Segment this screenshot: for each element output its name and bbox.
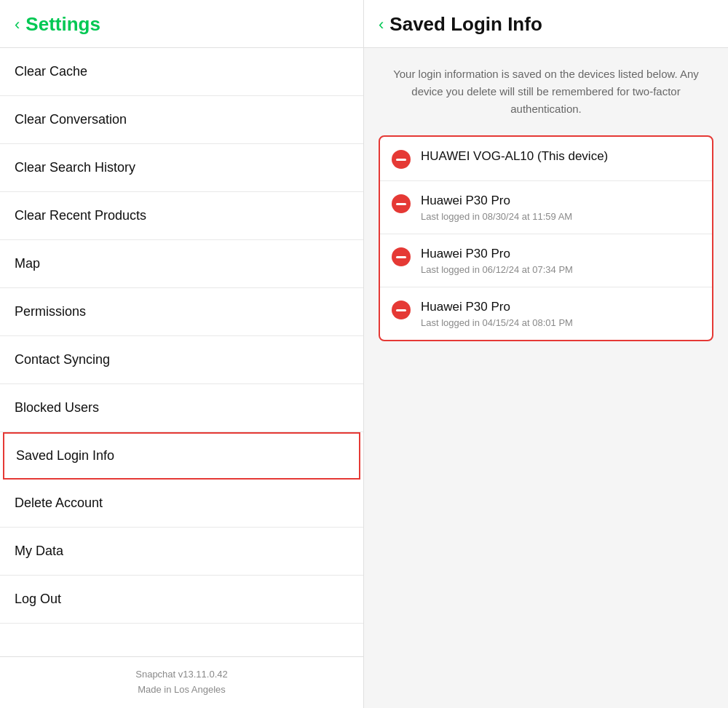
menu-item-saved-login-info[interactable]: Saved Login Info xyxy=(3,432,360,480)
remove-device-icon[interactable] xyxy=(392,247,411,266)
menu-item-log-out[interactable]: Log Out xyxy=(0,576,363,624)
menu-item-contact-syncing[interactable]: Contact Syncing xyxy=(0,336,363,384)
left-panel: ‹ Settings Clear CacheClear Conversation… xyxy=(0,0,364,708)
device-info: HUAWEI VOG-AL10 (This device) xyxy=(421,148,700,164)
menu-item-my-data[interactable]: My Data xyxy=(0,528,363,576)
menu-item-map[interactable]: Map xyxy=(0,240,363,288)
device-item-device-4[interactable]: Huawei P30 ProLast logged in 04/15/24 at… xyxy=(380,287,712,340)
right-back-arrow-icon[interactable]: ‹ xyxy=(379,17,384,33)
device-item-device-3[interactable]: Huawei P30 ProLast logged in 06/12/24 at… xyxy=(380,234,712,287)
device-name: Huawei P30 Pro xyxy=(421,246,700,262)
right-content: Your login information is saved on the d… xyxy=(364,48,728,708)
menu-item-clear-recent-products[interactable]: Clear Recent Products xyxy=(0,192,363,240)
device-info: Huawei P30 ProLast logged in 08/30/24 at… xyxy=(421,193,700,222)
device-name: Huawei P30 Pro xyxy=(421,299,700,315)
login-info-description: Your login information is saved on the d… xyxy=(379,65,713,118)
left-header: ‹ Settings xyxy=(0,0,363,48)
remove-device-icon[interactable] xyxy=(392,194,411,213)
menu-item-clear-conversation[interactable]: Clear Conversation xyxy=(0,96,363,144)
footer-version: Snapchat v13.11.0.42 Made in Los Angeles xyxy=(15,667,349,698)
device-name: Huawei P30 Pro xyxy=(421,193,700,209)
menu-item-delete-account[interactable]: Delete Account xyxy=(0,480,363,528)
device-last-login: Last logged in 04/15/24 at 08:01 PM xyxy=(421,317,700,328)
device-last-login: Last logged in 06/12/24 at 07:34 PM xyxy=(421,264,700,275)
menu-item-permissions[interactable]: Permissions xyxy=(0,288,363,336)
back-arrow-icon[interactable]: ‹ xyxy=(15,17,20,33)
device-last-login: Last logged in 08/30/24 at 11:59 AM xyxy=(421,211,700,222)
right-panel: ‹ Saved Login Info Your login informatio… xyxy=(364,0,728,708)
settings-title: Settings xyxy=(25,13,100,36)
remove-device-icon[interactable] xyxy=(392,301,411,319)
left-footer: Snapchat v13.11.0.42 Made in Los Angeles xyxy=(0,656,363,708)
device-name: HUAWEI VOG-AL10 (This device) xyxy=(421,148,700,164)
settings-menu-list: Clear CacheClear ConversationClear Searc… xyxy=(0,48,363,656)
device-item-device-1[interactable]: HUAWEI VOG-AL10 (This device) xyxy=(380,137,712,181)
right-header: ‹ Saved Login Info xyxy=(364,0,728,48)
menu-item-clear-cache[interactable]: Clear Cache xyxy=(0,48,363,96)
device-item-device-2[interactable]: Huawei P30 ProLast logged in 08/30/24 at… xyxy=(380,181,712,234)
menu-item-clear-search-history[interactable]: Clear Search History xyxy=(0,144,363,192)
device-info: Huawei P30 ProLast logged in 06/12/24 at… xyxy=(421,246,700,275)
device-info: Huawei P30 ProLast logged in 04/15/24 at… xyxy=(421,299,700,328)
menu-item-blocked-users[interactable]: Blocked Users xyxy=(0,384,363,432)
saved-login-info-title: Saved Login Info xyxy=(389,13,542,36)
devices-list-container: HUAWEI VOG-AL10 (This device)Huawei P30 … xyxy=(379,135,713,341)
remove-device-icon[interactable] xyxy=(392,150,411,169)
